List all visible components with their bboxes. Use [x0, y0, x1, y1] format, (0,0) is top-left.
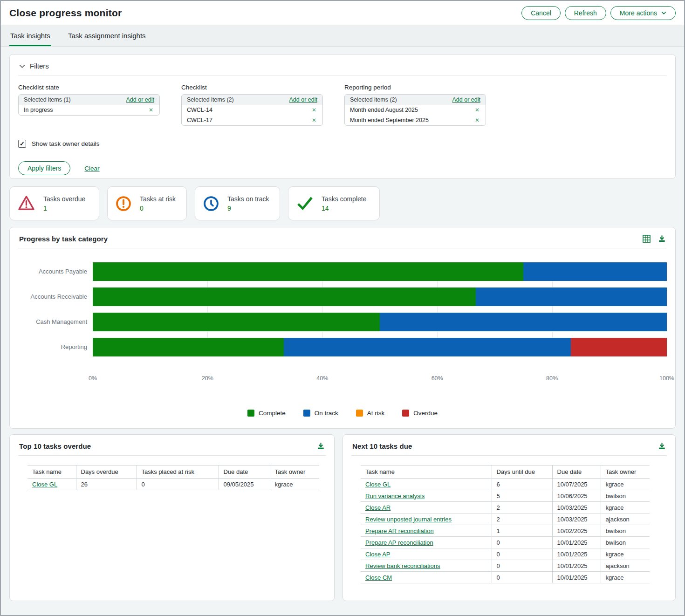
filter-label: Reporting period [344, 84, 486, 91]
checkmark-icon [296, 195, 314, 212]
table-view-icon[interactable] [643, 235, 651, 243]
cancel-button[interactable]: Cancel [521, 6, 561, 20]
filters-title: Filters [30, 62, 49, 70]
bar-cash-management [93, 313, 667, 331]
bar-segment-on-track[interactable] [476, 287, 667, 306]
table-cell: 10/06/2025 [552, 490, 601, 502]
chart-axis: 0%20%40%60%80%100% [93, 375, 667, 383]
summary-value: 0 [140, 205, 176, 212]
next-due-table: Task nameDays until dueDue dateTask owne… [361, 465, 650, 583]
table-row: Prepare AP reconciliation010/01/2025bwil… [361, 537, 650, 548]
bar-segment-on-track[interactable] [380, 313, 667, 331]
selected-items-count: Selected items (1) [24, 96, 71, 103]
table-cell: Close CM [361, 572, 492, 583]
legend-item-complete[interactable]: Complete [247, 410, 286, 417]
table-cell: Review bank reconciliations [361, 560, 492, 572]
summary-label: Tasks complete [322, 195, 366, 203]
clear-filters-link[interactable]: Clear [84, 165, 99, 172]
task-link[interactable]: Close CM [365, 574, 392, 581]
table-cell: 0 [492, 548, 552, 560]
task-link[interactable]: Prepare AR reconciliation [365, 527, 434, 534]
download-icon[interactable] [317, 442, 325, 450]
remove-item-icon[interactable]: ✕ [475, 117, 480, 123]
chart-title: Progress by task category [19, 235, 108, 243]
bar-segment-complete[interactable] [93, 287, 476, 306]
task-link[interactable]: Close GL [365, 481, 390, 488]
table-cell: 0 [492, 560, 552, 572]
remove-item-icon[interactable]: ✕ [149, 107, 154, 113]
bar-segment-complete[interactable] [93, 313, 380, 331]
remove-item-icon[interactable]: ✕ [475, 107, 480, 113]
show-task-owner-checkbox[interactable]: ✓ [18, 140, 26, 148]
bar-segment-on-track[interactable] [284, 338, 571, 356]
legend-item-at-risk[interactable]: At risk [356, 410, 385, 417]
bar-accounts-payable [93, 262, 667, 281]
add-or-edit-link[interactable]: Add or edit [289, 96, 317, 103]
next-due-card: Next 10 tasks due Task nameDays until du… [342, 434, 676, 601]
chart-plot [93, 262, 667, 363]
filter-selected-item: CWCL-14✕ [182, 105, 322, 115]
category-label: Cash Management [18, 313, 93, 331]
task-link[interactable]: Run variance analysis [365, 493, 425, 500]
table-cell: 2 [492, 502, 552, 513]
bar-segment-overdue[interactable] [571, 338, 667, 356]
app-header: Close progress monitor Cancel Refresh Mo… [1, 1, 684, 25]
filter-item-label: Month ended August 2025 [350, 107, 418, 113]
table-cell: 1 [492, 525, 552, 537]
task-link[interactable]: Close AR [365, 504, 390, 511]
legend-item-overdue[interactable]: Overdue [402, 410, 438, 417]
bar-segment-on-track[interactable] [523, 262, 667, 281]
remove-item-icon[interactable]: ✕ [312, 107, 317, 113]
refresh-button[interactable]: Refresh [565, 6, 606, 20]
filter-selected-item: Month ended August 2025✕ [345, 105, 486, 115]
selected-items-count: Selected items (2) [187, 96, 234, 103]
table-cell: 10/07/2025 [552, 479, 601, 490]
table-cell: 10/03/2025 [552, 502, 601, 513]
table-cell: Prepare AR reconciliation [361, 525, 492, 537]
column-header-tasks-placed-at-risk: Tasks placed at risk [137, 465, 219, 479]
bar-segment-complete[interactable] [93, 338, 284, 356]
more-actions-button[interactable]: More actions [610, 6, 676, 20]
column-header-task-owner: Task owner [270, 465, 319, 479]
summary-label: Tasks at risk [140, 195, 176, 203]
legend-swatch [303, 410, 310, 417]
apply-filters-button[interactable]: Apply filters [18, 161, 70, 175]
task-link[interactable]: Prepare AP reconciliation [365, 539, 433, 546]
table-cell: kgrace [601, 572, 650, 583]
add-or-edit-link[interactable]: Add or edit [126, 96, 154, 103]
task-link[interactable]: Close GL [32, 481, 57, 488]
task-link[interactable]: Review unposted journal entries [365, 516, 452, 523]
legend-item-on-track[interactable]: On track [303, 410, 338, 417]
filter-box: Selected items (2) Add or edit Month end… [344, 94, 486, 126]
download-icon[interactable] [658, 235, 666, 243]
tab-task-insights[interactable]: Task insights [9, 25, 51, 46]
filter-group-checklist-state: Checklist state Selected items (1) Add o… [18, 84, 160, 126]
table-row: Close AP010/01/2025kgrace [361, 548, 650, 560]
table-cell: 10/03/2025 [552, 513, 601, 525]
table-cell: kgrace [270, 479, 319, 490]
legend-label: Complete [259, 410, 286, 417]
due-table-title: Next 10 tasks due [352, 442, 412, 450]
filter-item-label: Month ended September 2025 [350, 117, 429, 123]
legend-label: On track [315, 410, 338, 417]
table-cell: ajackson [601, 560, 650, 572]
selected-items-count: Selected items (2) [350, 96, 397, 103]
task-link[interactable]: Review bank reconciliations [365, 562, 440, 569]
filters-header[interactable]: Filters [18, 61, 667, 75]
download-icon[interactable] [658, 442, 666, 450]
table-cell: bwilson [601, 537, 650, 548]
table-cell: Run variance analysis [361, 490, 492, 502]
tab-task-assignment-insights[interactable]: Task assignment insights [67, 25, 147, 46]
table-row: Prepare AR reconciliation110/02/2025bwil… [361, 525, 650, 537]
category-label: Accounts Receivable [18, 287, 93, 306]
table-cell: bwilson [601, 525, 650, 537]
add-or-edit-link[interactable]: Add or edit [452, 96, 480, 103]
bar-segment-complete[interactable] [93, 262, 523, 281]
task-link[interactable]: Close AP [365, 551, 390, 558]
table-row: Close AR210/03/2025kgrace [361, 502, 650, 513]
legend-swatch [356, 410, 363, 417]
remove-item-icon[interactable]: ✕ [312, 117, 317, 123]
page-title: Close progress monitor [9, 7, 122, 19]
table-cell: 2 [492, 513, 552, 525]
stacked-bar-chart: Accounts PayableAccounts ReceivableCash … [18, 262, 667, 363]
